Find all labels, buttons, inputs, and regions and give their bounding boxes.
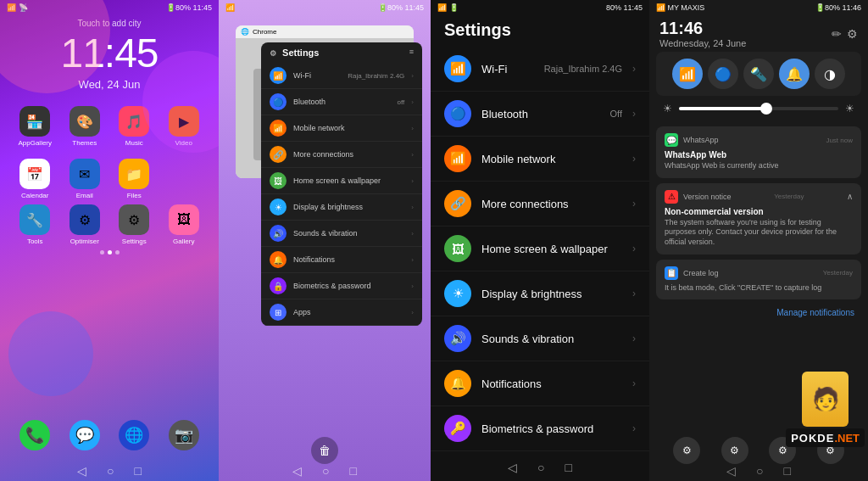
app-themes[interactable]: 🎨 Themes bbox=[64, 106, 107, 147]
edit-icon[interactable]: ✏ bbox=[832, 27, 842, 41]
recents-display-item[interactable]: ☀ Display & brightness › bbox=[261, 194, 422, 221]
createlog-app-icon: 📋 bbox=[665, 266, 678, 280]
bubble-decoration bbox=[8, 311, 93, 396]
createlog-card-header: 📋 Create log Yesterday bbox=[665, 266, 853, 280]
recents-apps-icon: ⊞ bbox=[270, 304, 287, 321]
recents-sounds-label: Sounds & vibration bbox=[293, 229, 404, 238]
manage-notifications-link[interactable]: Manage notifications bbox=[649, 305, 868, 321]
mobile-network-icon: 📶 bbox=[444, 145, 471, 172]
app-email[interactable]: ✉ Email bbox=[64, 159, 107, 199]
app-tools[interactable]: 🔧 Tools bbox=[14, 204, 57, 245]
notif-nav-bar: ◁ ○ □ bbox=[649, 464, 868, 478]
browser-icon: 🌐 bbox=[119, 420, 149, 450]
settings-wifi[interactable]: 📶 Wi-Fi Raja_Ibrahim 2.4G › bbox=[431, 47, 649, 92]
dock-browser[interactable]: 🌐 bbox=[113, 420, 156, 450]
recents-notif-icon: 🔔 bbox=[270, 251, 287, 268]
recents-status-left: 📶 bbox=[225, 3, 235, 12]
notif-status-right: 🔋80% 11:46 bbox=[815, 3, 861, 12]
dock-camera[interactable]: 📷 bbox=[163, 420, 206, 450]
recents-sounds-icon: 🔊 bbox=[270, 225, 287, 242]
recents-bt-item[interactable]: 🔵 Bluetooth off › bbox=[261, 89, 422, 115]
app-calendar[interactable]: 📅 Calendar bbox=[14, 159, 57, 199]
home-button-notif[interactable]: ○ bbox=[756, 464, 763, 478]
toggle-bluetooth[interactable]: 🔵 bbox=[708, 59, 738, 89]
home-button-ls[interactable]: ○ bbox=[107, 464, 114, 478]
app-appgallery[interactable]: 🏪 AppGallery bbox=[14, 106, 57, 147]
recents-bt-value: off bbox=[398, 98, 405, 106]
notif-time-display: 11:46 bbox=[659, 19, 746, 38]
back-button-settings[interactable]: ◁ bbox=[508, 461, 517, 474]
settings-homescreen[interactable]: 🖼 Home screen & wallpaper › bbox=[431, 227, 649, 271]
settings-mini-card[interactable]: ⚙ Settings ≡ 📶 Wi-Fi Raja_Ibrahim 2.4G ›… bbox=[261, 42, 422, 326]
recents-button-ls[interactable]: □ bbox=[135, 464, 142, 478]
notif-bottom-icon-2[interactable]: ⚙ bbox=[721, 437, 748, 464]
settings-mobile-network[interactable]: 📶 Mobile network › bbox=[431, 137, 649, 182]
recents-display-label: Display & brightness bbox=[293, 203, 404, 211]
app-settings-ls[interactable]: ⚙ Settings bbox=[113, 204, 156, 245]
app-files[interactable]: 📁 Files bbox=[113, 159, 156, 199]
recents-home-item[interactable]: 🖼 Home screen & wallpaper › bbox=[261, 168, 422, 194]
back-button-recents[interactable]: ◁ bbox=[292, 464, 302, 478]
notifications-panel: 📶 MY MAXIS 🔋80% 11:46 11:46 Wednesday, 2… bbox=[649, 0, 868, 481]
notif-bottom-icon-1[interactable]: ⚙ bbox=[673, 437, 700, 464]
home-button-settings[interactable]: ○ bbox=[537, 461, 544, 474]
recents-apps-item[interactable]: ⊞ Apps › bbox=[261, 299, 422, 326]
toggle-notifications[interactable]: 🔔 bbox=[779, 59, 810, 89]
settings-bluetooth[interactable]: 🔵 Bluetooth Off › bbox=[431, 92, 649, 137]
notif-card-version[interactable]: ⚠ Version notice Yesterday ∧ Non-commerc… bbox=[656, 183, 861, 254]
notif-card-createlog[interactable]: 📋 Create log Yesterday It is beta mode, … bbox=[656, 260, 861, 300]
sounds-label: Sounds & vibration bbox=[481, 333, 622, 345]
toggle-flashlight[interactable]: 🔦 bbox=[743, 59, 774, 89]
biometrics-icon: 🔑 bbox=[444, 415, 471, 442]
app-optimiser[interactable]: ⚙ Optimiser bbox=[64, 204, 107, 245]
recents-button-recents[interactable]: □ bbox=[350, 464, 357, 478]
settings-status-left: 📶 🔋 bbox=[437, 3, 459, 12]
nav-bar-lockscreen: ◁ ○ □ bbox=[0, 464, 219, 478]
version-expand-icon[interactable]: ∧ bbox=[847, 192, 853, 201]
recents-more-item[interactable]: 🔗 More connections › bbox=[261, 142, 422, 168]
app-gallery[interactable]: 🖼 Gallery bbox=[163, 204, 206, 245]
settings-biometrics[interactable]: 🔑 Biometrics & password › bbox=[431, 406, 649, 451]
recents-bio-item[interactable]: 🔒 Biometrics & password › bbox=[261, 273, 422, 299]
back-button-ls[interactable]: ◁ bbox=[77, 464, 86, 478]
messages-icon: 💬 bbox=[70, 420, 100, 450]
mobile-network-label: Mobile network bbox=[481, 153, 622, 165]
email-label: Email bbox=[76, 192, 93, 199]
brightness-slider[interactable] bbox=[679, 107, 838, 110]
toggle-wifi[interactable]: 📶 bbox=[672, 59, 703, 89]
biometrics-arrow: › bbox=[632, 422, 636, 434]
settings-mini-close[interactable]: ≡ bbox=[409, 48, 414, 56]
dock-messages[interactable]: 💬 bbox=[64, 420, 107, 450]
tools-icon: 🔧 bbox=[19, 204, 50, 235]
pokde-net-text: .NET bbox=[834, 432, 860, 445]
recents-button-notif[interactable]: □ bbox=[784, 464, 791, 478]
back-button-notif[interactable]: ◁ bbox=[726, 464, 736, 478]
music-label: Music bbox=[125, 139, 143, 147]
recents-mobile-item[interactable]: 📶 Mobile network › bbox=[261, 115, 422, 142]
settings-sounds[interactable]: 🔊 Sounds & vibration › bbox=[431, 316, 649, 361]
settings-notifications[interactable]: 🔔 Notifications › bbox=[431, 361, 649, 406]
settings-display[interactable]: ☀ Display & brightness › bbox=[431, 271, 649, 316]
settings-icon-ls: ⚙ bbox=[119, 204, 149, 235]
settings-status-bar: 📶 🔋 80% 11:45 bbox=[431, 0, 649, 15]
brightness-max-icon: ☀ bbox=[845, 103, 854, 115]
wifi-label: Wi-Fi bbox=[481, 63, 534, 76]
bluetooth-label: Bluetooth bbox=[481, 108, 600, 120]
toggle-display[interactable]: ◑ bbox=[815, 59, 845, 89]
createlog-notif-body: It is beta mode, Click "CREATE" to captu… bbox=[665, 283, 853, 294]
recents-button-settings[interactable]: □ bbox=[565, 461, 572, 474]
dock-phone[interactable]: 📞 bbox=[14, 420, 57, 450]
settings-more-connections[interactable]: 🔗 More connections › bbox=[431, 182, 649, 227]
trash-button[interactable]: 🗑 bbox=[311, 437, 338, 464]
display-icon: ☀ bbox=[444, 280, 471, 307]
recents-notif-item[interactable]: 🔔 Notifications › bbox=[261, 247, 422, 273]
recents-bio-icon: 🔒 bbox=[270, 277, 287, 294]
mobile-network-arrow: › bbox=[632, 153, 636, 165]
gear-icon[interactable]: ⚙ bbox=[847, 27, 858, 41]
recents-sounds-item[interactable]: 🔊 Sounds & vibration › bbox=[261, 221, 422, 247]
recents-wifi-item[interactable]: 📶 Wi-Fi Raja_Ibrahim 2.4G › bbox=[261, 63, 422, 89]
home-button-recents[interactable]: ○ bbox=[322, 464, 329, 478]
more-connections-label: More connections bbox=[481, 198, 622, 210]
notif-card-whatsapp[interactable]: 💬 WhatsApp Just now WhatsApp Web WhatsAp… bbox=[656, 126, 861, 178]
settings-mini-title: ⚙ Settings ≡ bbox=[261, 42, 422, 63]
